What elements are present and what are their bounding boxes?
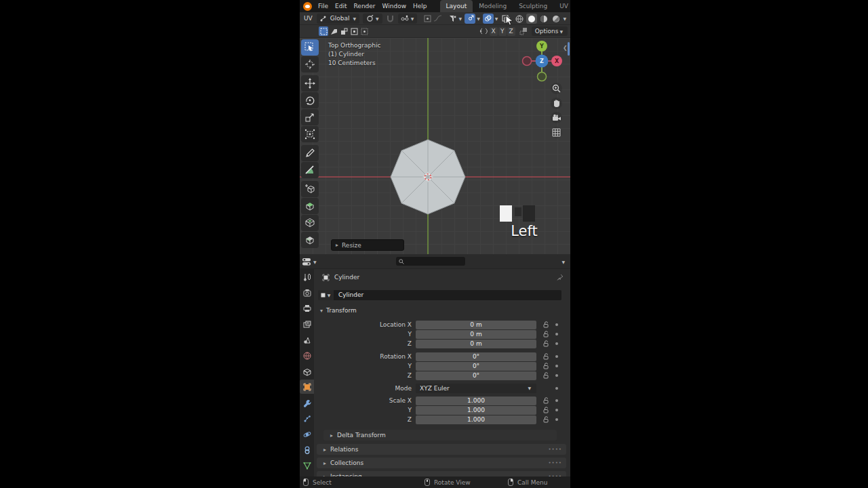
chevron-down-icon[interactable]: ▼ — [560, 260, 566, 264]
scale-x-field[interactable]: 1.000 — [416, 396, 536, 405]
orientation-dropdown[interactable]: Global ▼ — [317, 14, 359, 24]
snap-uv-icon[interactable] — [519, 26, 528, 36]
lock-icon[interactable] — [542, 397, 550, 404]
tab-object[interactable] — [300, 380, 314, 394]
proportional-projected-toggle[interactable] — [422, 14, 433, 24]
animate-dot[interactable] — [555, 323, 558, 326]
tool-extrude-region[interactable] — [301, 198, 319, 214]
show-gizmo-toggle[interactable] — [465, 14, 475, 24]
object-id-icon-button[interactable]: ▼ — [318, 290, 334, 300]
tab-scene[interactable] — [300, 333, 314, 347]
sidebar-toggle-arrow[interactable]: ❮ — [563, 45, 568, 51]
lock-icon[interactable] — [542, 321, 550, 328]
select-mode-vertex[interactable] — [319, 26, 328, 36]
animate-dot[interactable] — [555, 409, 558, 411]
filter-visibility-icon[interactable] — [448, 14, 458, 24]
tab-render[interactable] — [300, 285, 314, 300]
menu-render[interactable]: Render — [351, 3, 379, 9]
tab-output[interactable] — [300, 301, 314, 315]
panel-instancing[interactable]: ▸ Instancing •••• — [317, 471, 566, 476]
panel-delta-transform[interactable]: ▸ Delta Transform — [323, 430, 557, 441]
panel-collections[interactable]: ▸ Collections •••• — [317, 458, 566, 468]
proportional-edit-group[interactable]: ▼ — [398, 14, 418, 24]
shading-wireframe-button[interactable] — [514, 14, 525, 24]
options-button[interactable]: Options ▼ — [532, 26, 568, 36]
mirror-z-button[interactable]: Z — [507, 27, 515, 36]
scale-y-field[interactable]: 1.000 — [416, 406, 536, 415]
blender-logo-icon[interactable] — [303, 2, 312, 11]
operator-panel-resize[interactable]: ▸ Resize — [331, 239, 404, 251]
breadcrumb-object-name[interactable]: Cylinder — [334, 274, 359, 281]
rotation-z-field[interactable]: 0° — [416, 371, 536, 380]
animate-dot[interactable] — [555, 399, 558, 402]
orthographic-grid-button[interactable] — [551, 127, 562, 138]
tab-world[interactable] — [300, 348, 314, 363]
lock-icon[interactable] — [542, 416, 550, 423]
tab-modeling[interactable]: Modeling — [473, 0, 513, 12]
tab-constraints[interactable] — [300, 443, 314, 457]
select-mode-island[interactable] — [349, 26, 359, 36]
lock-icon[interactable] — [542, 331, 550, 338]
mirror-y-button[interactable]: Y — [498, 27, 507, 36]
tab-uv-editing[interactable]: UV Editing — [553, 0, 570, 12]
snapping-group[interactable]: ▼ — [363, 14, 382, 24]
viewport-3d[interactable]: Top Orthographic (1) Cylinder 10 Centime… — [300, 38, 570, 254]
animate-dot[interactable] — [555, 387, 558, 390]
location-y-field[interactable]: 0 m — [416, 330, 536, 339]
animate-dot[interactable] — [555, 333, 558, 336]
navigation-gizmo[interactable]: Y X Z — [521, 38, 562, 84]
menu-file[interactable]: File — [315, 3, 332, 9]
tool-measure[interactable] — [301, 162, 319, 178]
tool-box-select[interactable] — [301, 39, 319, 56]
select-mode-edge[interactable] — [329, 26, 338, 36]
rotation-y-field[interactable]: 0° — [416, 362, 536, 371]
tool-cursor[interactable] — [301, 56, 319, 73]
animate-dot[interactable] — [555, 418, 558, 421]
tool-bevel[interactable] — [301, 232, 319, 248]
animate-dot[interactable] — [555, 342, 558, 345]
mirror-x-button[interactable]: X — [490, 27, 498, 36]
tool-transform[interactable] — [301, 126, 319, 142]
menu-window[interactable]: Window — [379, 3, 410, 9]
tab-collection[interactable] — [300, 365, 314, 379]
rotation-x-field[interactable]: 0° — [416, 352, 536, 361]
tool-add-cube[interactable] — [301, 181, 319, 197]
animate-dot[interactable] — [555, 365, 558, 367]
select-mode-sync[interactable] — [359, 26, 369, 36]
tab-tool[interactable] — [300, 270, 314, 284]
location-z-field[interactable]: 0 m — [416, 340, 536, 348]
rotation-mode-select[interactable]: XYZ Euler ▼ — [416, 384, 536, 393]
tool-scale[interactable] — [301, 109, 319, 125]
magnet-icon[interactable] — [386, 14, 395, 23]
panel-drag-dots[interactable]: •••• — [548, 460, 562, 466]
camera-view-button[interactable] — [551, 112, 562, 123]
animate-dot[interactable] — [555, 355, 558, 358]
editor-type-icon[interactable] — [302, 257, 311, 266]
shading-material-button[interactable] — [538, 14, 549, 24]
menu-help[interactable]: Help — [410, 3, 431, 9]
tab-physics[interactable] — [300, 427, 314, 441]
zoom-button[interactable] — [551, 83, 562, 94]
pan-hand-button[interactable] — [551, 98, 562, 109]
transform-panel-header[interactable]: ▾ Transform — [314, 307, 357, 314]
search-input[interactable] — [396, 257, 465, 266]
tab-sculpting[interactable]: Sculpting — [513, 0, 553, 12]
animate-dot[interactable] — [555, 374, 558, 377]
panel-drag-dots[interactable]: •••• — [548, 447, 562, 452]
lock-icon[interactable] — [542, 363, 550, 369]
panel-relations[interactable]: ▸ Relations •••• — [317, 444, 566, 455]
menu-edit[interactable]: Edit — [332, 3, 350, 9]
falloff-curve-icon[interactable] — [433, 14, 442, 23]
location-x-field[interactable]: 0 m — [416, 321, 536, 329]
lock-icon[interactable] — [542, 372, 550, 379]
show-overlays-toggle[interactable] — [483, 14, 494, 24]
lock-icon[interactable] — [542, 353, 550, 360]
tab-layout[interactable]: Layout — [440, 0, 473, 12]
lock-icon[interactable] — [542, 407, 550, 413]
tab-modifiers[interactable] — [300, 396, 314, 410]
cylinder-mesh-top-view[interactable] — [387, 136, 469, 219]
shading-solid-button[interactable] — [526, 14, 537, 24]
tab-view-layer[interactable] — [300, 317, 314, 331]
object-name-input[interactable]: Cylinder — [334, 290, 561, 300]
scale-z-field[interactable]: 1.000 — [416, 415, 536, 424]
